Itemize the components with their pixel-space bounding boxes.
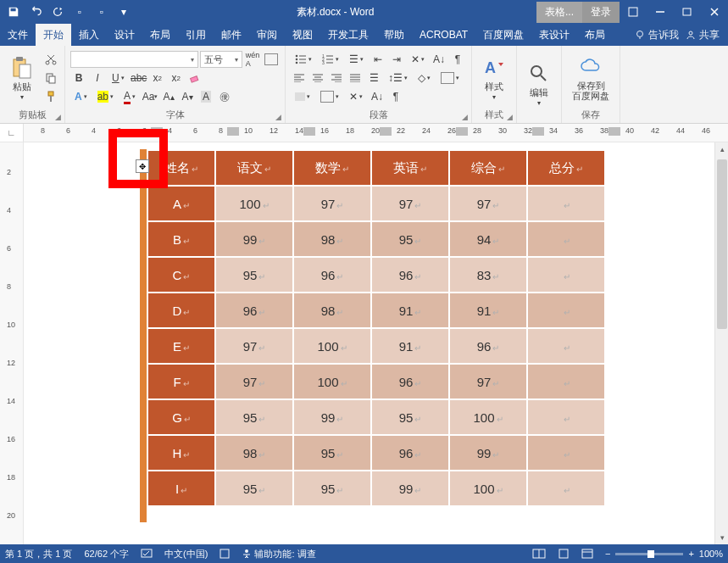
redo-icon[interactable] [47,3,68,21]
horizontal-ruler[interactable]: 8642246810121416182022242628303234363840… [24,124,728,142]
clear-format-button[interactable] [186,70,203,86]
vertical-scrollbar[interactable]: ▴ ▾ [714,142,728,544]
table-cell[interactable]: 99↵ [371,471,449,506]
table-cell[interactable]: 95↵ [293,471,371,506]
table-cell[interactable]: 94↵ [449,221,527,257]
spellcheck-icon[interactable] [141,549,153,559]
table-cell[interactable]: ↵ [527,399,605,435]
asian-layout-button[interactable]: ✕▾ [407,51,429,68]
table-cell[interactable]: 98↵ [293,293,371,328]
sort-button[interactable]: A↓ [431,51,447,68]
bold-button[interactable]: B [70,70,87,86]
char-shading-button[interactable]: A [197,88,214,105]
decrease-indent-button[interactable]: ⇤ [370,51,386,68]
cut-button[interactable] [42,51,59,68]
tell-me[interactable]: 告诉我 [635,28,679,42]
tab-selector[interactable]: ∟ [0,124,24,142]
tab-review[interactable]: 审阅 [249,24,285,46]
tab-layout[interactable]: 布局 [142,24,178,46]
clipboard-dialog-launcher[interactable]: ◢ [55,113,61,121]
row-header[interactable]: A↵ [147,186,215,221]
font-name-combo[interactable]: ▾ [70,51,198,68]
align-right-button[interactable] [328,70,345,86]
row-header[interactable]: I↵ [147,471,215,506]
phonetic-guide-button[interactable]: wénA [244,51,261,68]
row-header[interactable]: H↵ [147,435,215,471]
table-cell[interactable]: 95↵ [371,221,449,257]
view-read-mode[interactable] [532,549,546,559]
font-size-combo[interactable]: 五号▾ [200,51,242,68]
table-cell[interactable]: 100↵ [293,328,371,364]
table-cell[interactable]: ↵ [527,328,605,364]
vertical-ruler[interactable]: 2468101214161820 [0,142,24,544]
table-row[interactable]: A↵100↵97↵97↵97↵↵ [147,186,605,221]
highlight-button[interactable]: ab▾ [93,88,118,105]
tab-table-design[interactable]: 表设计 [531,24,577,46]
subscript-button[interactable]: x2 [149,70,166,86]
bullets-button[interactable]: ▾ [291,51,316,68]
font-dialog-launcher[interactable]: ◢ [275,113,281,121]
table-cell[interactable]: 97↵ [215,328,293,364]
change-case-button[interactable]: Aa▾ [142,88,158,105]
strikethrough-button[interactable]: abc [131,70,147,86]
table-cell[interactable]: 95↵ [215,257,293,293]
table-cell[interactable]: 96↵ [371,257,449,293]
zoom-level[interactable]: 100% [699,549,723,559]
table-header[interactable]: 姓名↵ [147,150,215,186]
table-row[interactable]: B↵99↵98↵95↵94↵↵ [147,221,605,257]
row-header[interactable]: G↵ [147,399,215,435]
table-cell[interactable]: 99↵ [215,221,293,257]
table-cell[interactable]: ↵ [527,435,605,471]
qat-extra1-icon[interactable]: ▫ [69,3,90,21]
table-header[interactable]: 综合↵ [449,150,527,186]
column-marker[interactable] [303,127,315,136]
tab-help[interactable]: 帮助 [376,24,412,46]
table-cell[interactable]: 97↵ [293,186,371,221]
column-marker[interactable] [609,127,620,136]
table-row[interactable]: F↵97↵100↵96↵97↵↵ [147,364,605,399]
login-button[interactable]: 登录 [582,2,620,23]
column-marker[interactable] [532,127,544,136]
table-row[interactable]: C↵95↵96↵96↵83↵↵ [147,257,605,293]
table-row[interactable]: H↵98↵95↵96↵99↵↵ [147,435,605,471]
zoom-slider[interactable] [615,553,683,555]
table-row[interactable]: I↵95↵95↵99↵100↵↵ [147,471,605,506]
row-header[interactable]: E↵ [147,328,215,364]
table-cell[interactable]: 91↵ [449,293,527,328]
save-baidu-button[interactable]: 保存到 百度网盘 [567,50,614,106]
tab-view[interactable]: 视图 [285,24,320,46]
multilevel-list-button[interactable]: ☰▾ [345,51,368,68]
scroll-up-icon[interactable]: ▴ [715,142,728,156]
page-indicator[interactable]: 第 1 页，共 1 页 [5,548,72,560]
tabs-button[interactable]: ✕▾ [345,88,367,105]
table-row[interactable]: D↵96↵98↵91↵91↵↵ [147,293,605,328]
save-icon[interactable] [3,3,24,21]
table-cell[interactable]: 95↵ [293,435,371,471]
align-justify-button[interactable] [347,70,364,86]
table-cell[interactable]: 95↵ [215,399,293,435]
column-marker[interactable] [380,127,392,136]
numbering-button[interactable]: 123▾ [318,51,343,68]
align-left-button[interactable] [291,70,308,86]
tab-baidu[interactable]: 百度网盘 [475,24,531,46]
tab-file[interactable]: 文件 [0,24,36,46]
grow-font-button[interactable]: A▴ [160,88,177,105]
table-cell[interactable]: 96↵ [371,364,449,399]
increase-indent-button[interactable]: ⇥ [388,51,405,68]
tab-design[interactable]: 设计 [107,24,142,46]
borders-button[interactable]: ▾ [436,70,464,86]
zoom-in-button[interactable]: + [688,549,693,559]
tab-acrobat[interactable]: ACROBAT [412,24,475,46]
table-header[interactable]: 英语↵ [371,150,449,186]
qat-customize-icon[interactable]: ▾ [114,3,134,21]
scroll-thumb[interactable] [717,159,727,329]
text-effects-button[interactable]: A▾ [70,88,92,105]
zoom-out-button[interactable]: − [605,549,610,559]
table-cell[interactable]: 97↵ [449,364,527,399]
ribbon-options-icon[interactable] [620,0,647,24]
table-cell[interactable]: 96↵ [371,435,449,471]
table-cell[interactable]: 91↵ [371,328,449,364]
maximize-icon[interactable] [674,0,701,24]
tab-references[interactable]: 引用 [178,24,214,46]
copy-button[interactable] [42,70,59,86]
